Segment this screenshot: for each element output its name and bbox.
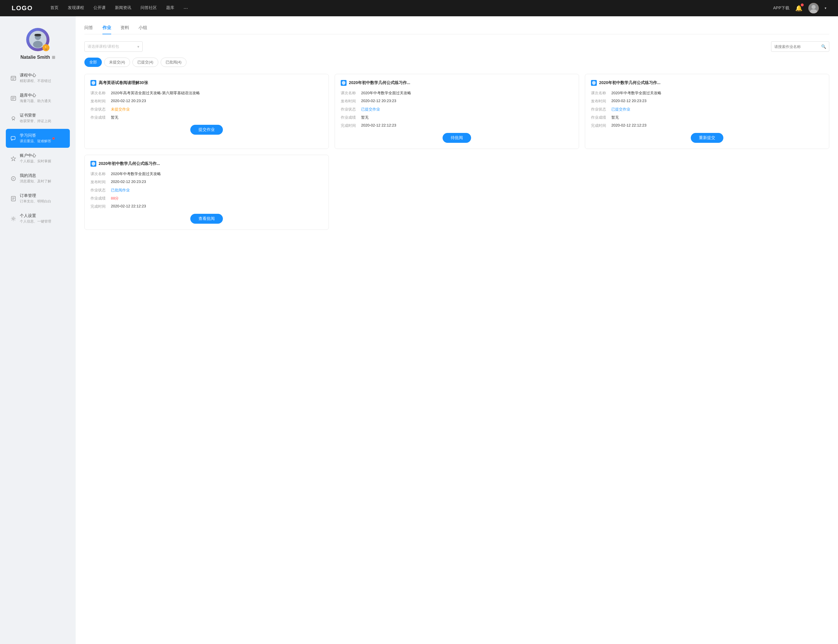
card-2-action: 待批阅	[341, 133, 573, 143]
card-1-publish-label: 发布时间	[90, 99, 111, 104]
shield-icon-1	[90, 80, 96, 86]
card-1-course-label: 课次名称	[90, 90, 111, 96]
tab-homework[interactable]: 作业	[102, 25, 111, 34]
sidebar-item-messages[interactable]: 我的消息 消息通知、及时了解	[6, 169, 70, 188]
homework-card-1: 高考英语试卷阅读理解30张 课次名称 2020年高考英语全面过关攻略-第六期零基…	[84, 74, 329, 149]
card-1-course-value: 2020年高考英语全面过关攻略-第六期零基础语法攻略	[111, 90, 323, 96]
card-3-status-label: 作业状态	[591, 107, 611, 112]
dropdown-chevron-icon: ▾	[137, 44, 140, 49]
avatar-badge-icon: 🏆	[43, 44, 49, 51]
sidebar-menu: 课程中心 精彩课程、不容错过 题库中心 海量习题、助力通关	[6, 69, 70, 228]
card-2-publish-value: 2020-02-12 20:23:23	[361, 99, 573, 103]
tab-group[interactable]: 小组	[138, 25, 147, 34]
card-2-status-label: 作业状态	[341, 107, 361, 112]
sidebar-item-account[interactable]: 账户中心 个人权益、实时掌握	[6, 149, 70, 168]
card-3-complete-label: 完成时间	[591, 123, 611, 128]
card-3-complete-value: 2020-02-12 22:12:23	[611, 123, 823, 127]
search-input[interactable]	[774, 44, 821, 49]
card-1-title: 高考英语试卷阅读理解30张	[99, 80, 323, 85]
card-4-score-label: 作业成绩	[90, 196, 111, 201]
nav-more-icon[interactable]: ···	[184, 5, 188, 12]
card-3-publish-label: 发布时间	[591, 99, 611, 104]
account-icon	[10, 156, 16, 161]
question-bank-icon	[10, 95, 16, 101]
nav-right: APP下载 🔔 ▾	[773, 3, 826, 13]
sidebar-item-settings[interactable]: 个人设置 个人信息、一键管理	[6, 209, 70, 228]
card-4-publish-label: 发布时间	[90, 179, 111, 185]
card-2-status-value: 已提交作业	[361, 107, 573, 112]
nav-home[interactable]: 首页	[50, 5, 59, 12]
shield-icon-3	[591, 80, 597, 86]
sidebar-item-certificate[interactable]: 证书荣誉 收获荣誉、持证上岗	[6, 109, 70, 128]
card-2-complete-value: 2020-02-12 22:12:23	[361, 123, 573, 127]
search-box: 🔍	[771, 41, 829, 52]
card-1-publish-value: 2020-02-12 20:23:23	[111, 99, 323, 103]
nav-discover[interactable]: 发现课程	[68, 5, 84, 12]
avatar[interactable]	[808, 3, 819, 13]
status-tab-submitted[interactable]: 已提交(4)	[132, 58, 158, 67]
card-2-course-value: 2020年中考数学全面过关攻略	[361, 90, 573, 96]
svg-rect-8	[11, 76, 16, 80]
card-2-score-value: 暂无	[361, 115, 573, 120]
search-icon: 🔍	[821, 44, 826, 49]
card-4-course-value: 2020年中考数学全面过关攻略	[111, 171, 323, 177]
shield-icon-2	[341, 80, 347, 86]
status-tabs: 全部 未提交(4) 已提交(4) 已批阅(4)	[84, 58, 829, 67]
nav-links: 首页 发现课程 公开课 新闻资讯 问答社区 题库 ···	[50, 5, 773, 12]
status-tab-reviewed[interactable]: 已批阅(4)	[161, 58, 187, 67]
shield-icon-4	[90, 161, 96, 167]
study-qa-icon	[10, 136, 16, 141]
main-content: 问答 作业 资料 小组 请选择课程/课程包 ▾ 🔍 全部 未提交(4) 已提交(…	[76, 16, 838, 644]
status-tab-all[interactable]: 全部	[84, 58, 102, 67]
nav-bell-button[interactable]: 🔔	[795, 5, 802, 12]
nav-open-course[interactable]: 公开课	[94, 5, 106, 12]
course-select-dropdown[interactable]: 请选择课程/课程包 ▾	[84, 41, 143, 52]
tab-qa[interactable]: 问答	[84, 25, 93, 34]
profile-name: Natalie Smith ⊞	[20, 55, 55, 60]
nav-qa[interactable]: 问答社区	[141, 5, 157, 12]
card-2-pending-button[interactable]: 待批阅	[442, 133, 471, 143]
sidebar-item-orders[interactable]: 订单管理 订单支出、明明白白	[6, 189, 70, 208]
chevron-down-icon[interactable]: ▾	[825, 6, 826, 10]
sidebar-item-study-qa[interactable]: 学习问答 课后重温、疑难解答	[6, 129, 70, 148]
card-4-status-value: 已批阅作业	[111, 187, 323, 193]
top-navigation: LOGO 首页 发现课程 公开课 新闻资讯 问答社区 题库 ··· APP下载 …	[0, 0, 838, 16]
card-2-score-label: 作业成绩	[341, 115, 361, 120]
card-3-publish-value: 2020-02-12 20:23:23	[611, 99, 823, 103]
certificate-icon	[10, 115, 16, 121]
sidebar-item-course-center[interactable]: 课程中心 精彩课程、不容错过	[6, 69, 70, 87]
filter-row: 请选择课程/课程包 ▾ 🔍	[84, 41, 829, 52]
status-tab-unsubmitted[interactable]: 未提交(4)	[104, 58, 130, 67]
card-4-complete-value: 2020-02-12 22:12:23	[111, 204, 323, 208]
card-3-course-label: 课次名称	[591, 90, 611, 96]
card-4-status-label: 作业状态	[90, 187, 111, 193]
card-3-score-value: 暂无	[611, 115, 823, 120]
nav-news[interactable]: 新闻资讯	[115, 5, 131, 12]
content-tabs: 问答 作业 资料 小组	[84, 25, 829, 34]
card-1-submit-button[interactable]: 提交作业	[190, 125, 223, 135]
homework-card-4: 2020年初中数学几何公式练习作... 课次名称 2020年中考数学全面过关攻略…	[84, 155, 329, 230]
nav-question-bank[interactable]: 题库	[166, 5, 174, 12]
card-4-score-value: 88分	[111, 196, 323, 201]
filter-left: 请选择课程/课程包 ▾	[84, 41, 143, 52]
card-2-course-label: 课次名称	[341, 90, 361, 96]
homework-card-2: 2020年初中数学几何公式练习作... 课次名称 2020年中考数学全面过关攻略…	[335, 74, 579, 149]
profile-qr-icon[interactable]: ⊞	[52, 55, 55, 60]
card-4-view-button[interactable]: 查看批阅	[190, 214, 223, 224]
study-qa-badge	[53, 137, 55, 140]
svg-rect-7	[35, 34, 41, 36]
card-1-score-label: 作业成绩	[90, 115, 111, 120]
orders-icon	[10, 196, 16, 202]
card-2-complete-label: 完成时间	[341, 123, 361, 128]
card-1-status-label: 作业状态	[90, 107, 111, 112]
nav-download-button[interactable]: APP下载	[773, 5, 789, 11]
card-3-score-label: 作业成绩	[591, 115, 611, 120]
svg-point-5	[33, 41, 43, 48]
sidebar-item-question-bank[interactable]: 题库中心 海量习题、助力通关	[6, 89, 70, 108]
tab-materials[interactable]: 资料	[120, 25, 129, 34]
sidebar: 🏆 Natalie Smith ⊞ 课程中心	[0, 16, 76, 644]
card-3-title: 2020年初中数学几何公式练习作...	[599, 80, 823, 85]
card-3-resubmit-button[interactable]: 重新提交	[691, 133, 723, 143]
card-1-status-value: 未提交作业	[111, 107, 323, 112]
card-2-title: 2020年初中数学几何公式练习作...	[349, 80, 573, 85]
